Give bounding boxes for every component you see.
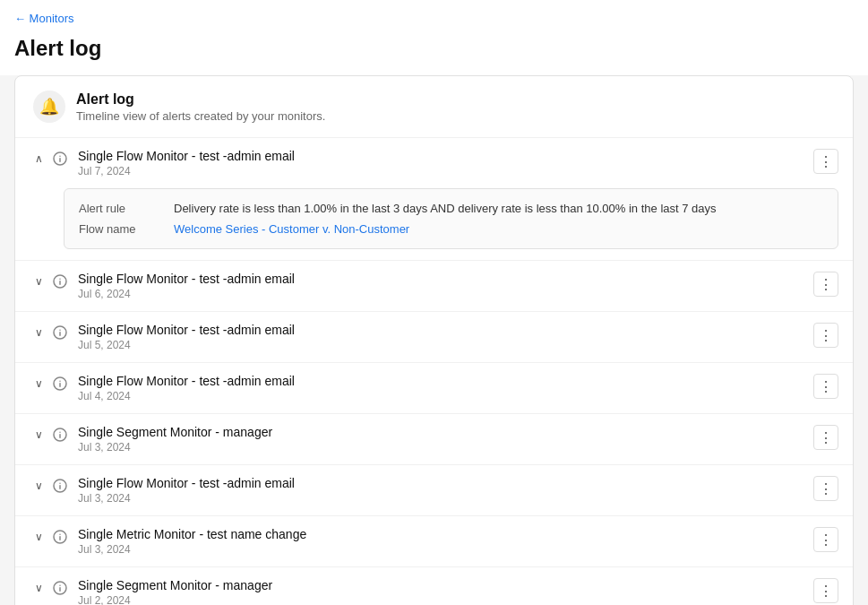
alert-date: Jul 7, 2024 xyxy=(78,165,806,177)
alert-row: Single Segment Monitor - managerJul 3, 2… xyxy=(15,414,853,464)
alert-info: Single Flow Monitor - test -admin emailJ… xyxy=(78,374,806,402)
alert-title: Single Flow Monitor - test -admin email xyxy=(78,272,806,286)
flow-name-row: Flow nameWelcome Series - Customer v. No… xyxy=(79,222,823,236)
alert-toggle-button[interactable] xyxy=(30,477,47,495)
alert-title: Single Flow Monitor - test -admin email xyxy=(78,323,806,337)
alert-info-icon xyxy=(51,579,69,597)
card-header-text: Alert log Timeline view of alerts create… xyxy=(76,91,325,123)
svg-rect-8 xyxy=(59,330,61,332)
alert-title: Single Flow Monitor - test -admin email xyxy=(78,374,806,388)
alert-row: Single Flow Monitor - test -admin emailJ… xyxy=(15,261,853,311)
main-container: 🔔 Alert log Timeline view of alerts crea… xyxy=(14,75,854,605)
alert-date: Jul 4, 2024 xyxy=(78,390,806,402)
svg-rect-14 xyxy=(59,432,61,434)
alert-row: Single Metric Monitor - test name change… xyxy=(15,516,853,566)
alert-menu-button[interactable]: ⋮ xyxy=(813,527,838,552)
alert-toggle-button[interactable] xyxy=(30,579,47,597)
svg-rect-11 xyxy=(59,381,61,383)
list-item: Single Flow Monitor - test -admin emailJ… xyxy=(15,312,853,363)
svg-rect-23 xyxy=(59,585,61,587)
alert-menu-button[interactable]: ⋮ xyxy=(813,476,838,501)
alert-toggle-button[interactable] xyxy=(30,324,47,341)
alert-info-icon xyxy=(51,375,69,393)
alert-info-icon xyxy=(51,426,69,444)
alert-info: Single Flow Monitor - test -admin emailJ… xyxy=(78,272,806,300)
alert-toggle-button[interactable] xyxy=(30,528,47,546)
alert-toggle-button[interactable] xyxy=(30,150,47,168)
alert-date: Jul 3, 2024 xyxy=(78,492,806,505)
alert-info-icon xyxy=(51,477,69,495)
card-subtitle: Timeline view of alerts created by your … xyxy=(76,109,325,123)
alert-info: Single Flow Monitor - test -admin emailJ… xyxy=(78,476,806,505)
alert-date: Jul 2, 2024 xyxy=(78,594,806,605)
alert-menu-button[interactable]: ⋮ xyxy=(813,272,838,297)
list-item: Single Segment Monitor - managerJul 3, 2… xyxy=(15,414,853,465)
alert-date: Jul 5, 2024 xyxy=(78,339,806,351)
alert-menu-button[interactable]: ⋮ xyxy=(813,425,838,450)
alert-date: Jul 3, 2024 xyxy=(78,543,806,556)
list-item: Single Flow Monitor - test -admin emailJ… xyxy=(15,261,853,312)
alert-title: Single Flow Monitor - test -admin email xyxy=(78,149,806,163)
list-item: Single Flow Monitor - test -admin emailJ… xyxy=(15,465,853,516)
alert-list: Single Flow Monitor - test -admin emailJ… xyxy=(15,138,853,605)
alert-date: Jul 3, 2024 xyxy=(78,441,806,454)
alert-row: Single Flow Monitor - test -admin emailJ… xyxy=(15,465,853,515)
alert-menu-button[interactable]: ⋮ xyxy=(813,323,838,348)
svg-rect-1 xyxy=(59,158,61,162)
svg-rect-19 xyxy=(59,536,61,540)
alert-row: Single Flow Monitor - test -admin emailJ… xyxy=(15,138,853,188)
alert-title: Single Flow Monitor - test -admin email xyxy=(78,476,806,490)
svg-rect-10 xyxy=(59,383,61,387)
alert-info: Single Segment Monitor - managerJul 3, 2… xyxy=(78,425,806,454)
alert-date: Jul 6, 2024 xyxy=(78,288,806,300)
alert-title: Single Metric Monitor - test name change xyxy=(78,527,806,541)
alert-row: Single Flow Monitor - test -admin emailJ… xyxy=(15,363,853,413)
alert-info-icon xyxy=(51,272,69,290)
svg-rect-16 xyxy=(59,485,61,489)
svg-rect-5 xyxy=(59,279,61,281)
list-item: Single Flow Monitor - test -admin emailJ… xyxy=(15,138,853,261)
alert-info: Single Metric Monitor - test name change… xyxy=(78,527,806,556)
page-title: Alert log xyxy=(0,29,868,75)
list-item: Single Metric Monitor - test name change… xyxy=(15,516,853,567)
svg-rect-2 xyxy=(59,156,61,158)
alert-rule-row: Alert ruleDelivery rate is less than 1.0… xyxy=(79,202,823,215)
card-title: Alert log xyxy=(76,91,325,108)
back-link[interactable]: ← Monitors xyxy=(14,12,73,25)
alert-rule-label: Alert rule xyxy=(79,202,159,215)
alert-title: Single Segment Monitor - manager xyxy=(78,578,806,592)
alert-info-icon xyxy=(51,324,69,341)
list-item: Single Flow Monitor - test -admin emailJ… xyxy=(15,363,853,414)
alert-info: Single Flow Monitor - test -admin emailJ… xyxy=(78,149,806,177)
top-nav: ← Monitors Alert log xyxy=(0,0,868,75)
alert-title: Single Segment Monitor - manager xyxy=(78,425,806,439)
svg-rect-4 xyxy=(59,281,61,285)
card-header: 🔔 Alert log Timeline view of alerts crea… xyxy=(15,76,853,138)
alert-info-icon xyxy=(51,528,69,546)
alert-toggle-button[interactable] xyxy=(30,426,47,444)
alert-menu-button[interactable]: ⋮ xyxy=(813,578,838,603)
alert-toggle-button[interactable] xyxy=(30,272,47,290)
svg-rect-17 xyxy=(59,483,61,485)
alert-row: Single Segment Monitor - managerJul 2, 2… xyxy=(15,567,853,605)
alert-menu-button[interactable]: ⋮ xyxy=(813,149,838,174)
svg-rect-7 xyxy=(59,332,61,336)
alert-info: Single Segment Monitor - managerJul 2, 2… xyxy=(78,578,806,605)
alert-row: Single Flow Monitor - test -admin emailJ… xyxy=(15,312,853,362)
svg-rect-22 xyxy=(59,587,61,592)
alert-toggle-button[interactable] xyxy=(30,375,47,393)
alert-info-icon xyxy=(51,150,69,168)
svg-rect-20 xyxy=(59,534,61,536)
bell-icon: 🔔 xyxy=(33,91,65,123)
flow-name-link[interactable]: Welcome Series - Customer v. Non-Custome… xyxy=(174,222,409,236)
svg-rect-13 xyxy=(59,434,61,438)
list-item: Single Segment Monitor - managerJul 2, 2… xyxy=(15,567,853,605)
flow-name-label: Flow name xyxy=(79,222,159,236)
alert-rule-value: Delivery rate is less than 1.00% in the … xyxy=(174,202,717,215)
alert-info: Single Flow Monitor - test -admin emailJ… xyxy=(78,323,806,351)
alert-menu-button[interactable]: ⋮ xyxy=(813,374,838,399)
alert-detail: Alert ruleDelivery rate is less than 1.0… xyxy=(64,188,838,249)
